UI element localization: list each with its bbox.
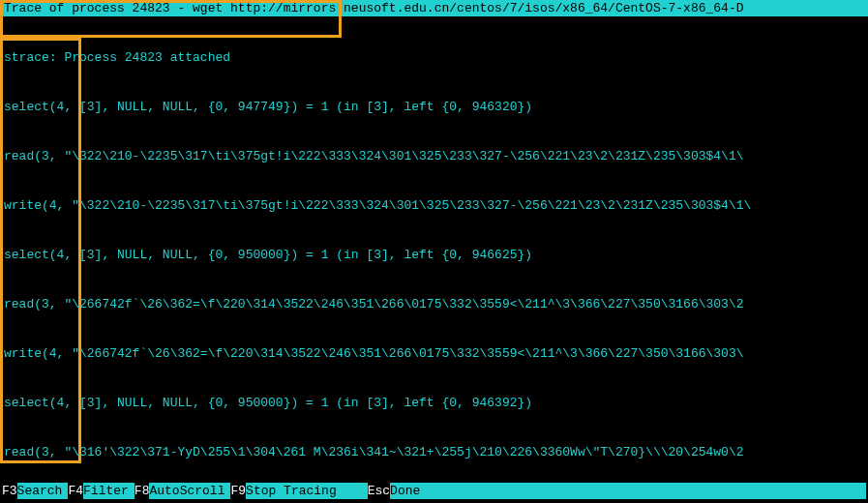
filter-button[interactable]: Filter [83, 483, 135, 499]
search-button[interactable]: Search [17, 483, 69, 499]
title-bar: Trace of process 24823 - wget http://mir… [0, 0, 868, 16]
trace-line: read(3, "\322\210-\2235\317\ti\375gt!i\2… [4, 148, 864, 164]
footer-fill [426, 483, 866, 499]
trace-line: read(3, "\266742f`\26\362=\f\220\314\352… [4, 296, 864, 312]
f8-key: F8 [135, 483, 150, 499]
strace-window: Trace of process 24823 - wget http://mir… [0, 0, 868, 503]
trace-line: select(4, [3], NULL, NULL, {0, 947749}) … [4, 99, 864, 115]
trace-line: write(4, "\266742f`\26\362=\f\220\314\35… [4, 345, 864, 362]
done-button[interactable]: Done [390, 483, 426, 499]
f4-key: F4 [68, 483, 83, 499]
esc-key: Esc [368, 483, 390, 499]
trace-line: write(4, "\322\210-\2235\317\ti\375gt!i\… [4, 197, 864, 214]
f9-key: F9 [230, 483, 246, 499]
stop-tracing-button[interactable]: Stop Tracing [246, 483, 343, 499]
trace-line: read(3, "\316'\322\371-YyD\255\1\304\261… [4, 444, 864, 460]
trace-line: select(4, [3], NULL, NULL, {0, 950000}) … [4, 395, 864, 411]
trace-content[interactable]: strace: Process 24823 attached select(4,… [0, 16, 868, 465]
attached-line: strace: Process 24823 attached [4, 49, 864, 66]
f3-key: F3 [2, 483, 17, 499]
autoscroll-button[interactable]: AutoScroll [149, 483, 230, 499]
trace-line: select(4, [3], NULL, NULL, {0, 950000}) … [4, 247, 864, 263]
window-title: Trace of process 24823 - wget http://mir… [4, 1, 744, 15]
footer-bar: F3Search F4Filter F8AutoScroll F9Stop Tr… [0, 483, 868, 499]
